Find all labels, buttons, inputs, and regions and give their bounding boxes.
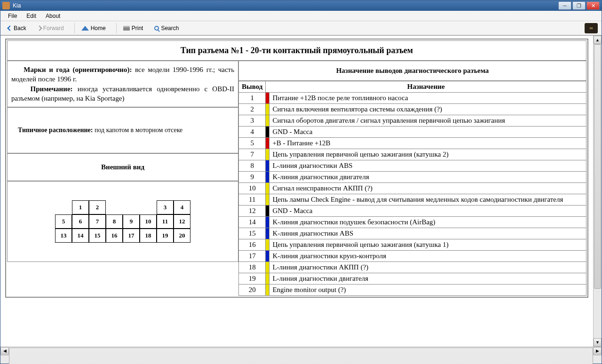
location-text: под капотом в моторном отсеке (93, 127, 182, 134)
table-row: 15K-линия диагностики ABS (239, 228, 586, 239)
pin-color-cell (266, 127, 269, 138)
connector-pin-cell: 7 (89, 214, 106, 229)
titlebar: Kia (0, 0, 602, 11)
connector-diagram: 1234567891011121314151617181920 (7, 181, 238, 262)
connector-pin-cell: 2 (89, 200, 106, 214)
close-button[interactable] (586, 1, 600, 10)
pin-desc-cell: Engine monitor output (?) (269, 285, 586, 296)
pin-number-cell: 16 (239, 239, 266, 251)
pin-desc-cell: L-линия диагностики АКПП (?) (269, 262, 586, 273)
connector-pin-cell: 15 (89, 229, 106, 243)
print-button[interactable]: Print (119, 24, 147, 33)
back-label: Back (14, 25, 26, 32)
home-button[interactable]: Home (78, 24, 110, 33)
table-header-row: Вывод Назначение (239, 81, 586, 93)
pin-color-cell (266, 115, 269, 127)
home-label: Home (91, 25, 106, 32)
connector-pin-cell: 16 (106, 229, 123, 243)
pin-color-cell (266, 93, 269, 104)
pin-color-cell (266, 206, 269, 217)
scroll-track[interactable] (594, 44, 602, 338)
search-icon (154, 26, 159, 31)
pin-number-cell: 3 (239, 115, 266, 127)
left-column: Марки и года (ориентировочно): все модел… (7, 61, 238, 296)
pin-color-cell (266, 285, 269, 296)
table-row: 8L-линия диагностики ABS (239, 160, 586, 172)
content-scroll[interactable]: Тип разъема №1 - 20-ти контактный прямоу… (0, 36, 593, 347)
table-row: 3Сигнал оборотов двигателя / сигнал упра… (239, 115, 586, 127)
brands-label: Марки и года (ориентировочно): (24, 66, 132, 73)
two-column-layout: Марки и года (ориентировочно): все модел… (7, 61, 586, 296)
pin-number-cell: 20 (239, 285, 266, 296)
connector-pin-cell: 12 (174, 214, 190, 229)
scroll-thumb[interactable] (594, 44, 601, 289)
scroll-down-button[interactable]: ▼ (594, 338, 602, 347)
content-area: Тип разъема №1 - 20-ти контактный прямоу… (0, 35, 602, 347)
table-row: 7Цепь управления первичной цепью зажиган… (239, 149, 586, 160)
menubar: File Edit About (0, 11, 602, 21)
horizontal-scrollbar[interactable]: ◀ ▶ (0, 347, 602, 355)
connector-pin-cell: 4 (174, 200, 190, 214)
pin-number-cell: 18 (239, 262, 266, 273)
minimize-button[interactable] (558, 1, 571, 10)
connector-pin-cell (123, 200, 140, 214)
pin-desc-cell: L-линия диагностики ABS (269, 160, 586, 172)
connector-pin-cell: 19 (157, 229, 174, 243)
scroll-left-button[interactable]: ◀ (0, 347, 9, 355)
app-icon (2, 2, 10, 9)
pin-color-cell (266, 262, 269, 273)
scroll-track-h[interactable] (9, 347, 593, 355)
search-button[interactable]: Search (150, 24, 182, 33)
brand-logo-icon: ∞ (585, 23, 598, 33)
vertical-scrollbar[interactable]: ▲ ▼ (593, 36, 602, 347)
pin-color-cell (266, 251, 269, 262)
pin-number-cell: 14 (239, 217, 266, 228)
pin-desc-cell: Питание +12В после реле топливного насос… (269, 93, 586, 104)
table-row: 12GND - Масса (239, 206, 586, 217)
table-row: 14K-линия диагностики подушек безопаснос… (239, 217, 586, 228)
connector-pin-cell (106, 200, 123, 214)
toolbar-right: ∞ (585, 23, 598, 33)
menu-edit[interactable]: Edit (22, 12, 41, 20)
table-row: 16Цепь управления первичной цепью зажига… (239, 239, 586, 251)
pin-desc-cell: Сигнал оборотов двигателя / сигнал управ… (269, 115, 586, 127)
pin-number-cell: 2 (239, 104, 266, 115)
table-row: 2Сигнал включения вентилятора системы ох… (239, 104, 586, 115)
print-label: Print (132, 25, 143, 32)
pin-number-cell: 4 (239, 127, 266, 138)
table-row: 9K-линия диагностики двигателя (239, 172, 586, 183)
note-label: Примечание: (30, 85, 72, 93)
connector-pin-cell: 9 (123, 214, 140, 229)
pin-desc-cell: L-линия диагностики двигателя (269, 273, 586, 285)
pin-number-cell: 7 (239, 149, 266, 160)
appearance-header: Внешний вид (7, 153, 238, 181)
pin-color-cell (266, 217, 269, 228)
maximize-button[interactable] (572, 1, 586, 10)
menu-file[interactable]: File (3, 12, 22, 20)
back-icon (7, 25, 12, 31)
pin-color-cell (266, 172, 269, 183)
scroll-right-button[interactable]: ▶ (593, 347, 602, 355)
pin-desc-cell: Цепь лампы Check Engine - вывод для счит… (269, 194, 586, 206)
connector-pin-cell (140, 200, 157, 214)
pin-color-cell (266, 160, 269, 172)
connector-pin-cell: 5 (55, 214, 72, 229)
connector-pin-cell: 3 (157, 200, 174, 214)
table-row: 18L-линия диагностики АКПП (?) (239, 262, 586, 273)
pin-number-cell: 15 (239, 228, 266, 239)
location-box: Типичное расположение: под капотом в мот… (7, 107, 238, 153)
connector-pin-cell: 14 (72, 229, 89, 243)
back-button[interactable]: Back (4, 24, 30, 33)
scroll-thumb-h[interactable] (9, 348, 593, 364)
menu-about[interactable]: About (41, 12, 65, 20)
pin-desc-cell: Цепь управления первичной цепью зажигани… (269, 239, 586, 251)
connector-pin-cell: 18 (140, 229, 157, 243)
print-icon (123, 26, 130, 31)
pin-number-cell: 19 (239, 273, 266, 285)
forward-button[interactable]: Forward (34, 24, 68, 33)
toolbar: Back Forward Home Print Search ∞ (0, 21, 602, 35)
pin-number-cell: 10 (239, 183, 266, 194)
connector-pin-cell: 6 (72, 214, 89, 229)
pin-number-cell: 11 (239, 194, 266, 206)
scroll-up-button[interactable]: ▲ (594, 36, 602, 44)
